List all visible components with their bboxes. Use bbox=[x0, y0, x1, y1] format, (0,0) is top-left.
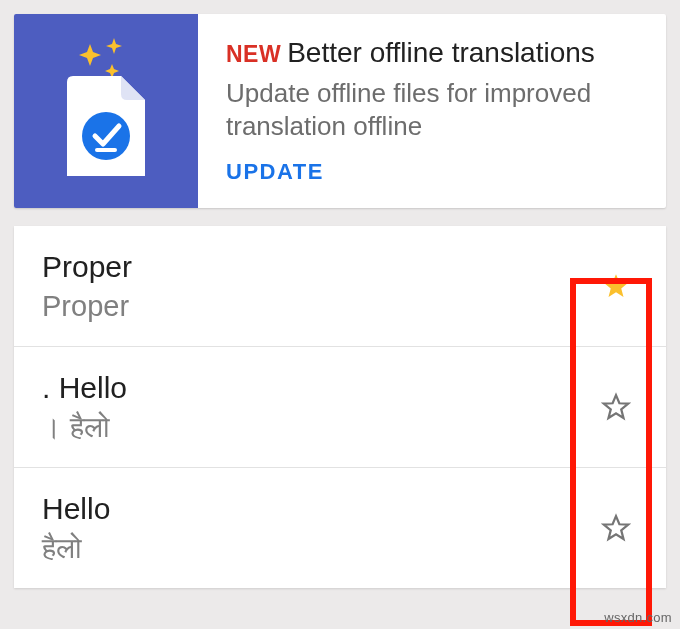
promo-title: Better offline translations bbox=[287, 37, 595, 68]
star-filled-icon bbox=[601, 271, 631, 301]
list-item-source: . Hello bbox=[42, 369, 598, 407]
list-item-target: हैलो bbox=[42, 530, 598, 566]
list-item-text: Hello हैलो bbox=[42, 490, 598, 566]
list-item-text: Proper Proper bbox=[42, 248, 598, 324]
list-item[interactable]: Hello हैलो bbox=[14, 467, 666, 588]
list-item-target: । हैलो bbox=[42, 409, 598, 445]
document-check-icon bbox=[67, 76, 145, 176]
history-list: Proper Proper . Hello । हैलो Hello हैलो bbox=[14, 226, 666, 588]
watermark: wsxdn.com bbox=[604, 610, 672, 625]
list-item-source: Proper bbox=[42, 248, 598, 286]
promo-title-line: NEWBetter offline translations bbox=[226, 36, 646, 71]
promo-content: NEWBetter offline translations Update of… bbox=[198, 14, 666, 208]
star-button[interactable] bbox=[598, 268, 634, 304]
promo-card: NEWBetter offline translations Update of… bbox=[14, 14, 666, 208]
star-button[interactable] bbox=[598, 389, 634, 425]
list-item[interactable]: Proper Proper bbox=[14, 226, 666, 346]
star-button[interactable] bbox=[598, 510, 634, 546]
list-item[interactable]: . Hello । हैलो bbox=[14, 346, 666, 467]
list-item-target: Proper bbox=[42, 288, 598, 324]
svg-point-0 bbox=[82, 112, 130, 160]
update-button[interactable]: UPDATE bbox=[226, 159, 324, 185]
star-outline-icon bbox=[601, 392, 631, 422]
promo-body: Update offline files for improved transl… bbox=[226, 77, 646, 143]
list-item-source: Hello bbox=[42, 490, 598, 528]
star-outline-icon bbox=[601, 513, 631, 543]
promo-illustration bbox=[14, 14, 198, 208]
list-item-text: . Hello । हैलो bbox=[42, 369, 598, 445]
new-badge: NEW bbox=[226, 41, 281, 67]
